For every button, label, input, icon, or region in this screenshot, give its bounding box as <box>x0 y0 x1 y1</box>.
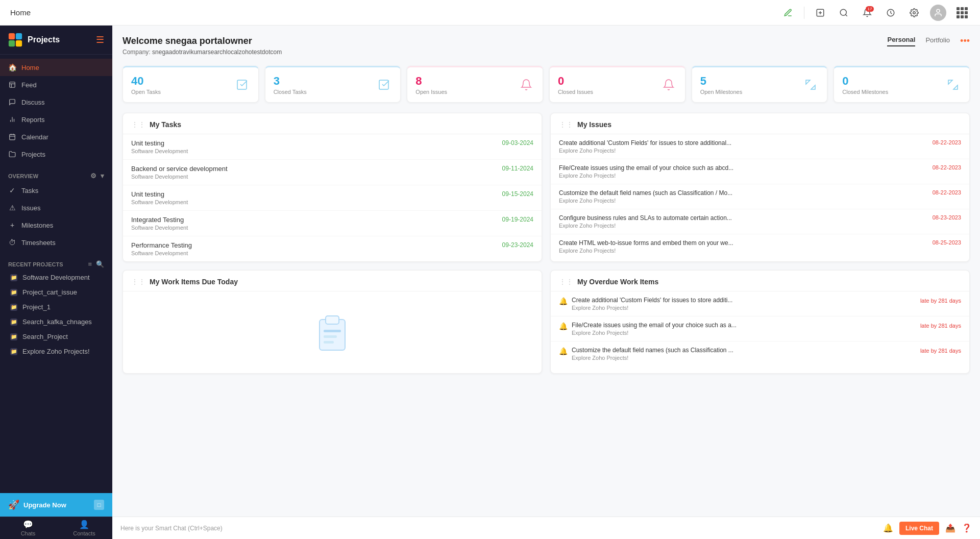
search-icon[interactable] <box>836 5 851 20</box>
add-icon[interactable] <box>813 5 828 20</box>
settings-icon[interactable] <box>906 5 922 20</box>
svg-rect-22 <box>237 80 247 89</box>
user-avatar[interactable] <box>930 5 946 21</box>
svg-marker-26 <box>948 80 952 84</box>
issue-item-0[interactable]: Create additional 'Custom Fields' for is… <box>551 134 969 159</box>
svg-rect-31 <box>324 335 337 338</box>
chatbar-share-icon[interactable]: 📤 <box>945 523 955 533</box>
stat-open-tasks[interactable]: 40 Open Tasks <box>122 66 259 103</box>
svg-rect-18 <box>10 134 15 140</box>
overdue-item-1[interactable]: 🔔 File/Create issues using the email of … <box>551 316 969 341</box>
stat-closed-issues[interactable]: 0 Closed Issues <box>549 66 685 103</box>
task-date-2: 09-15-2024 <box>502 190 533 198</box>
issue-subtitle-1: Explore Zoho Projects! <box>559 173 961 179</box>
project-item-explore[interactable]: 📁 Explore Zoho Projects! <box>0 344 112 359</box>
task-item-2[interactable]: Unit testing Software Development 09-15-… <box>123 185 542 211</box>
chats-tab[interactable]: 💬 Chats <box>0 517 56 539</box>
issues-icon: ⚠ <box>8 204 16 212</box>
issue-title-1: File/Create issues using the email of yo… <box>559 164 961 172</box>
stat-open-issues[interactable]: 8 Open Issues <box>407 66 543 103</box>
live-chat-button[interactable]: Live Chat <box>899 522 939 535</box>
tabs-more-icon[interactable]: ••• <box>960 36 970 46</box>
sidebar: Projects ☰ 🏠 Home Feed Discuss <box>0 26 112 539</box>
sidebar-item-discuss-label: Discuss <box>21 99 45 106</box>
my-issues-body: Create additional 'Custom Fields' for is… <box>551 134 969 259</box>
upgrade-now-button[interactable]: 🚀 Upgrade Now □ <box>0 493 112 517</box>
issue-item-2[interactable]: Customize the default field names (such … <box>551 184 969 209</box>
issue-title-2: Customize the default field names (such … <box>559 189 961 197</box>
issue-item-4[interactable]: Create HTML web-to-issue forms and embed… <box>551 234 969 259</box>
project-item-search[interactable]: 📁 Search_Project <box>0 329 112 344</box>
contacts-tab[interactable]: 👤 Contacts <box>56 517 112 539</box>
stat-info-closed-issues: 0 Closed Issues <box>558 75 593 95</box>
welcome-company: Company: snegaadotravikumarsearchlocalzo… <box>122 48 282 56</box>
issue-item-3[interactable]: Configure business rules and SLAs to aut… <box>551 209 969 234</box>
overdue-drag-handle[interactable]: ⋮⋮ <box>559 278 573 286</box>
topbar-icons: 17 <box>780 5 970 21</box>
closed-tasks-icon <box>376 77 392 93</box>
tasks-drag-handle[interactable]: ⋮⋮ <box>131 120 145 129</box>
stat-open-milestones[interactable]: 5 Open Milestones <box>692 66 828 103</box>
list-icon[interactable]: ≡ <box>88 260 92 268</box>
sidebar-item-reports[interactable]: Reports <box>0 111 112 128</box>
tab-personal[interactable]: Personal <box>887 36 915 46</box>
closed-issues-icon <box>660 77 677 93</box>
notifications-icon[interactable]: 17 <box>860 5 875 20</box>
chatbar-bell-icon[interactable]: 🔔 <box>883 523 893 533</box>
sidebar-item-tasks[interactable]: ✓ Tasks <box>0 182 112 199</box>
search-sidebar-icon[interactable]: 🔍 <box>96 260 104 268</box>
expand-section-icon[interactable]: ▾ <box>101 172 104 180</box>
sidebar-item-calendar[interactable]: Calendar <box>0 128 112 145</box>
settings-section-icon[interactable]: ⚙ <box>90 172 96 180</box>
sidebar-item-timesheets[interactable]: ⏱ Timesheets <box>0 234 112 251</box>
smart-chat-placeholder[interactable]: Here is your Smart Chat (Ctrl+Space) <box>120 525 877 532</box>
stat-closed-milestones[interactable]: 0 Closed Milestones <box>834 66 970 103</box>
hamburger-icon[interactable]: ☰ <box>96 34 104 45</box>
my-tasks-title: My Tasks <box>150 120 181 129</box>
overdue-bell-icon-2: 🔔 <box>559 347 568 355</box>
stat-info-open-issues: 8 Open Issues <box>415 75 447 95</box>
work-drag-handle[interactable]: ⋮⋮ <box>131 278 145 286</box>
upgrade-label: Upgrade Now <box>23 501 66 509</box>
chatbar-help-icon[interactable]: ❓ <box>962 523 972 533</box>
issues-drag-handle[interactable]: ⋮⋮ <box>559 120 573 129</box>
sidebar-item-projects[interactable]: Projects <box>0 145 112 163</box>
svg-rect-12 <box>10 82 15 88</box>
project-item-1[interactable]: 📁 Project_1 <box>0 300 112 314</box>
company-label: Company: <box>122 48 151 56</box>
apps-grid-icon[interactable] <box>954 5 970 20</box>
issue-item-1[interactable]: File/Create issues using the email of yo… <box>551 159 969 184</box>
task-item-1[interactable]: Backend or service development Software … <box>123 160 542 185</box>
overdue-subtitle-2: Explore Zoho Projects! <box>572 355 961 361</box>
task-item-0[interactable]: Unit testing Software Development 09-03-… <box>123 134 542 160</box>
sidebar-item-feed[interactable]: Feed <box>0 76 112 93</box>
overdue-item-0[interactable]: 🔔 Create additional 'Custom Fields' for … <box>551 291 969 316</box>
timer-icon[interactable] <box>883 5 898 20</box>
sidebar-item-home[interactable]: 🏠 Home <box>0 59 112 76</box>
stat-closed-tasks[interactable]: 3 Closed Tasks <box>265 66 401 103</box>
project-item-kafka[interactable]: 📁 Search_kafka_chnages <box>0 314 112 329</box>
sidebar-nav: 🏠 Home Feed Discuss Reports <box>0 55 112 167</box>
overdue-late-2: late by 281 days <box>920 348 961 354</box>
edit-icon[interactable] <box>780 5 796 20</box>
sidebar-issues-label: Issues <box>21 204 41 212</box>
issue-text-3: Configure business rules and SLAs to aut… <box>559 214 928 222</box>
tab-portfolio[interactable]: Portfolio <box>925 36 950 46</box>
task-item-4[interactable]: Performance Testing Software Development… <box>123 236 542 261</box>
stat-label-closed-tasks: Closed Tasks <box>274 89 307 95</box>
task-item-3[interactable]: Integrated Testing Software Development … <box>123 211 542 236</box>
issue-subtitle-3: Explore Zoho Projects! <box>559 223 961 229</box>
calendar-icon <box>8 133 16 141</box>
sidebar-item-milestones[interactable]: + Milestones <box>0 216 112 234</box>
issue-title-4: Create HTML web-to-issue forms and embed… <box>559 239 961 247</box>
home-icon: 🏠 <box>8 63 16 71</box>
task-date-0: 09-03-2024 <box>502 139 533 146</box>
overdue-item-2[interactable]: 🔔 Customize the default field names (suc… <box>551 341 969 366</box>
project-item-cart[interactable]: 📁 Project_cart_issue <box>0 285 112 300</box>
project-label-kafka: Search_kafka_chnages <box>22 318 92 326</box>
sidebar-item-issues[interactable]: ⚠ Issues <box>0 199 112 216</box>
sidebar-item-discuss[interactable]: Discuss <box>0 93 112 111</box>
project-item-software[interactable]: 📁 Software Development <box>0 270 112 285</box>
issue-subtitle-2: Explore Zoho Projects! <box>559 198 961 204</box>
overview-section-controls: ⚙ ▾ <box>90 172 104 180</box>
